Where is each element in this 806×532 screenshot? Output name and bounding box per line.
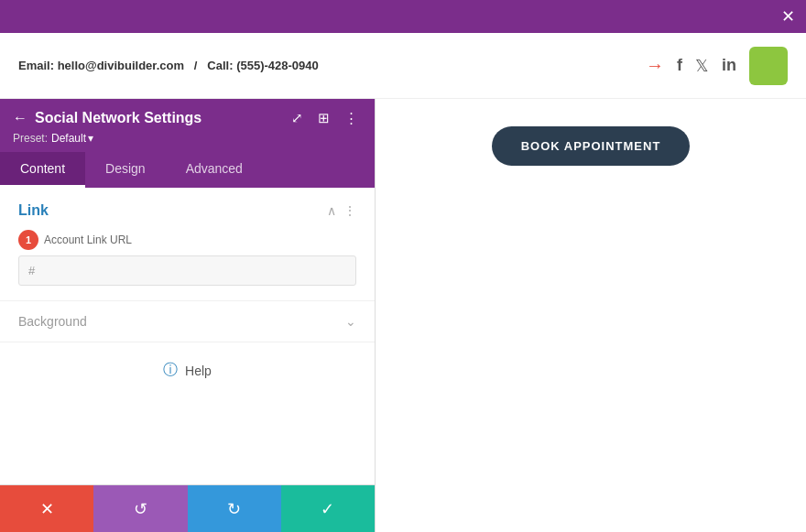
section-controls: ∧ ⋮ [327, 203, 356, 218]
bottom-action-bar: ✕ ↺ ↻ ✓ [0, 484, 375, 532]
step-badge-1: 1 [18, 230, 38, 250]
link-section-title: Link [18, 202, 49, 219]
panel-title-row: ← Social Network Settings ⤢ ⊞ ⋮ [13, 108, 362, 128]
account-link-field: 1 Account Link URL [18, 230, 356, 286]
tabs-row: Content Design Advanced [0, 152, 375, 188]
email-value: hello@divibuilder.com [58, 59, 184, 72]
redo-button[interactable]: ↻ [188, 485, 281, 532]
help-section: ⓘ Help [0, 342, 375, 398]
panel-header: ← Social Network Settings ⤢ ⊞ ⋮ Preset: … [0, 99, 375, 152]
link-section: Link ∧ ⋮ 1 Account Link URL [0, 188, 375, 301]
collapse-icon[interactable]: ∧ [327, 203, 336, 218]
resize-icon[interactable]: ⤢ [288, 108, 307, 128]
green-button[interactable] [749, 47, 788, 85]
top-bar: ✕ [0, 0, 806, 33]
tab-design[interactable]: Design [85, 152, 166, 188]
email-label: Email: [18, 59, 54, 72]
preset-row: Preset: Default ▾ [13, 132, 362, 145]
field-label-account-link: 1 Account Link URL [18, 230, 356, 250]
grid-icon[interactable]: ⊞ [314, 108, 333, 128]
link-section-header: Link ∧ ⋮ [18, 202, 356, 219]
arrow-icon: → [646, 55, 664, 76]
left-panel: ← Social Network Settings ⤢ ⊞ ⋮ Preset: … [0, 99, 376, 532]
back-arrow-icon[interactable]: ← [13, 110, 27, 126]
call-label: Call: [207, 59, 233, 72]
preset-label: Preset: [13, 132, 48, 145]
right-panel: BOOK APPOINTMENT [376, 99, 806, 532]
field-label-text: Account Link URL [44, 233, 132, 246]
confirm-button[interactable]: ✓ [281, 485, 375, 532]
background-section-header[interactable]: Background ⌄ [18, 314, 356, 329]
call-value: (555)-428-0940 [236, 59, 319, 72]
header-contact: Email: hello@divibuilder.com / Call: (55… [18, 59, 646, 72]
header-bar: Email: hello@divibuilder.com / Call: (55… [0, 33, 806, 99]
section-more-icon[interactable]: ⋮ [343, 203, 356, 218]
header-right: → f 𝕏 in [646, 47, 788, 85]
help-icon: ⓘ [163, 361, 178, 380]
more-options-icon[interactable]: ⋮ [341, 108, 362, 128]
delete-button[interactable]: ✕ [0, 485, 93, 532]
tab-content[interactable]: Content [0, 152, 85, 188]
separator: / [194, 59, 198, 72]
facebook-icon[interactable]: f [677, 56, 682, 75]
panel-title: Social Network Settings [35, 110, 280, 126]
linkedin-icon[interactable]: in [722, 56, 736, 75]
main-layout: ← Social Network Settings ⤢ ⊞ ⋮ Preset: … [0, 99, 806, 532]
chevron-down-icon: ⌄ [345, 314, 356, 329]
tab-advanced[interactable]: Advanced [166, 152, 263, 188]
close-icon[interactable]: ✕ [781, 8, 795, 25]
preset-value[interactable]: Default ▾ [51, 132, 93, 145]
help-label[interactable]: Help [185, 364, 212, 378]
background-section: Background ⌄ [0, 301, 375, 342]
background-title: Background [18, 314, 87, 329]
account-link-input[interactable] [18, 255, 356, 286]
panel-body: Link ∧ ⋮ 1 Account Link URL B [0, 188, 375, 484]
undo-button[interactable]: ↺ [93, 485, 187, 532]
twitter-icon[interactable]: 𝕏 [695, 56, 709, 76]
book-appointment-button[interactable]: BOOK APPOINTMENT [492, 126, 691, 166]
